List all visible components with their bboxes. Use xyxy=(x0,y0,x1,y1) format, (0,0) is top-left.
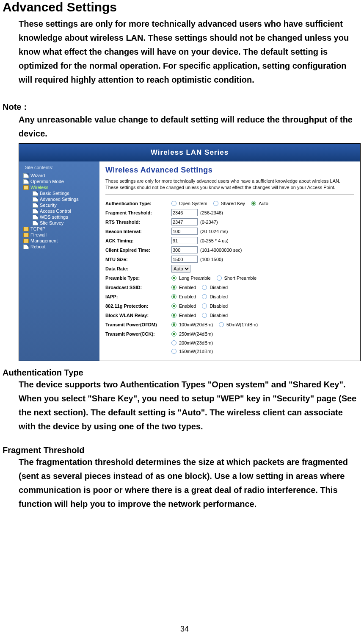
panel-desc: These settings are only for more technic… xyxy=(105,178,354,191)
sidebar-item-wds[interactable]: WDS settings xyxy=(21,214,98,220)
radio-label: Disabled xyxy=(210,303,228,309)
label-ack: ACK Timing: xyxy=(105,238,169,243)
sidebar-item-site-survey[interactable]: Site Survey xyxy=(21,220,98,226)
radio-relay-disabled[interactable] xyxy=(202,313,207,318)
screenshot-frame: Wireless LAN Series Site contents: Wizar… xyxy=(19,143,361,361)
label-preamble: Preamble Type: xyxy=(105,275,169,281)
sidebar-heading: Site contents: xyxy=(25,165,98,170)
input-rts[interactable] xyxy=(171,218,198,225)
input-beacon[interactable] xyxy=(171,228,198,235)
sidebar-item-firewall[interactable]: Firewall xyxy=(21,232,98,238)
screenshot-banner: Wireless LAN Series xyxy=(19,144,360,161)
input-mtu[interactable] xyxy=(171,256,198,263)
radio-label: Short Preamble xyxy=(224,275,256,281)
radio-label: Auto xyxy=(259,201,268,206)
radio-gprot-disabled[interactable] xyxy=(202,303,207,309)
divider xyxy=(105,194,354,195)
sidebar-item-label: Site Survey xyxy=(40,220,63,225)
row-rts: RTS Threshold: (0-2347) xyxy=(105,217,354,227)
sidebar-item-label: Operation Mode xyxy=(30,179,64,184)
label-relay: Block WLAN Relay: xyxy=(105,313,169,318)
panel-title: Wireless Advanced Settings xyxy=(105,166,354,175)
radio-iapp-disabled[interactable] xyxy=(202,294,207,299)
label-rate: Data Rate: xyxy=(105,266,169,271)
select-rate[interactable]: Auto xyxy=(171,265,190,273)
sidebar: Site contents: Wizard Operation Mode Wir… xyxy=(19,161,99,361)
sidebar-item-label: Reboot xyxy=(30,244,45,249)
row-auth: Authentication Type: Open System Shared … xyxy=(105,199,354,208)
sidebar-item-security[interactable]: Security xyxy=(21,202,98,208)
row-relay: Block WLAN Relay: Enabled Disabled xyxy=(105,311,354,320)
radio-bssid-disabled[interactable] xyxy=(202,285,207,290)
radio-label: Enabled xyxy=(179,313,196,318)
radio-iapp-enabled[interactable] xyxy=(171,294,176,299)
sidebar-item-access-control[interactable]: Access Control xyxy=(21,208,98,214)
radio-label: Shared Key xyxy=(221,201,245,206)
radio-label: Enabled xyxy=(179,294,196,299)
page-icon xyxy=(33,209,38,214)
page-icon xyxy=(33,221,38,225)
radio-cck-250[interactable] xyxy=(171,331,176,337)
page-icon xyxy=(23,245,29,249)
sidebar-item-operation-mode[interactable]: Operation Mode xyxy=(21,178,98,184)
range-expired: (101-40000000 sec) xyxy=(200,248,242,253)
radio-cck-200[interactable] xyxy=(171,340,176,345)
sidebar-item-basic-settings[interactable]: Basic Settings xyxy=(21,190,98,196)
row-rate: Data Rate: Auto xyxy=(105,264,354,273)
sidebar-item-reboot[interactable]: Reboot xyxy=(21,244,98,250)
label-beacon: Beacon Interval: xyxy=(105,229,169,234)
row-beacon: Beacon Interval: (20-1024 ms) xyxy=(105,227,354,236)
radio-ofdm-50[interactable] xyxy=(219,322,224,327)
sidebar-item-advanced-settings[interactable]: Advanced Settings xyxy=(21,196,98,202)
sidebar-item-management[interactable]: Management xyxy=(21,238,98,244)
label-iapp: IAPP: xyxy=(105,294,169,299)
sidebar-item-label: TCP/IP xyxy=(30,226,45,231)
range-ack: (0-255 * 4 us) xyxy=(200,238,229,243)
intro-paragraph: These settings are only for more technic… xyxy=(19,17,357,87)
radio-label: 150mW(21dBm) xyxy=(179,349,213,354)
auth-body: The device supports two Authentication T… xyxy=(19,378,357,434)
label-frag: Fragment Threshold: xyxy=(105,210,169,215)
page-number: 34 xyxy=(3,625,364,634)
range-frag: (256-2346) xyxy=(200,210,223,215)
note-body: Any unreasonable value change to default… xyxy=(19,113,359,141)
radio-open-system[interactable] xyxy=(171,201,176,206)
radio-ofdm-100[interactable] xyxy=(171,322,176,327)
sidebar-item-wireless[interactable]: Wireless xyxy=(21,184,98,190)
radio-bssid-enabled[interactable] xyxy=(171,285,176,290)
input-expired[interactable] xyxy=(171,246,198,253)
row-gprot: 802.11g Protection: Enabled Disabled xyxy=(105,301,354,311)
radio-long-preamble[interactable] xyxy=(171,275,176,281)
radio-short-preamble[interactable] xyxy=(217,275,222,281)
page-icon xyxy=(33,191,38,196)
input-frag[interactable] xyxy=(171,209,198,216)
row-cck: Transmit Power(CCK): 250mW(24dBm) xyxy=(105,329,354,339)
sidebar-item-wizard[interactable]: Wizard xyxy=(21,172,98,178)
label-bssid: Broadcast SSID: xyxy=(105,285,169,290)
radio-label: 100mW(20dBm) xyxy=(179,322,213,327)
page-icon xyxy=(33,197,38,202)
page-icon xyxy=(23,179,29,184)
input-ack[interactable] xyxy=(171,237,198,244)
range-mtu: (100-1500) xyxy=(200,257,223,262)
radio-shared-key[interactable] xyxy=(213,201,218,206)
sidebar-item-tcpip[interactable]: TCP/IP xyxy=(21,226,98,232)
radio-relay-enabled[interactable] xyxy=(171,313,176,318)
radio-label: Disabled xyxy=(210,285,228,290)
range-beacon: (20-1024 ms) xyxy=(200,229,228,234)
sidebar-item-label: Firewall xyxy=(30,232,47,237)
radio-cck-150[interactable] xyxy=(171,349,176,354)
row-preamble: Preamble Type: Long Preamble Short Pream… xyxy=(105,273,354,283)
radio-label: Enabled xyxy=(179,285,196,290)
row-frag: Fragment Threshold: (256-2346) xyxy=(105,208,354,217)
label-gprot: 802.11g Protection: xyxy=(105,303,169,309)
row-cck-200: 200mW(23dBm) xyxy=(171,339,354,347)
radio-gprot-enabled[interactable] xyxy=(171,303,176,309)
folder-open-icon xyxy=(23,185,29,190)
sidebar-item-label: Basic Settings xyxy=(40,191,69,196)
row-ofdm: Transmit Power(OFDM) 100mW(20dBm) 50mW(1… xyxy=(105,320,354,329)
auth-heading: Authentication Type xyxy=(3,368,361,378)
label-expired: Client Expired Time: xyxy=(105,248,169,253)
frag-heading: Fragment Threshold xyxy=(3,445,361,455)
radio-auto[interactable] xyxy=(251,201,256,206)
